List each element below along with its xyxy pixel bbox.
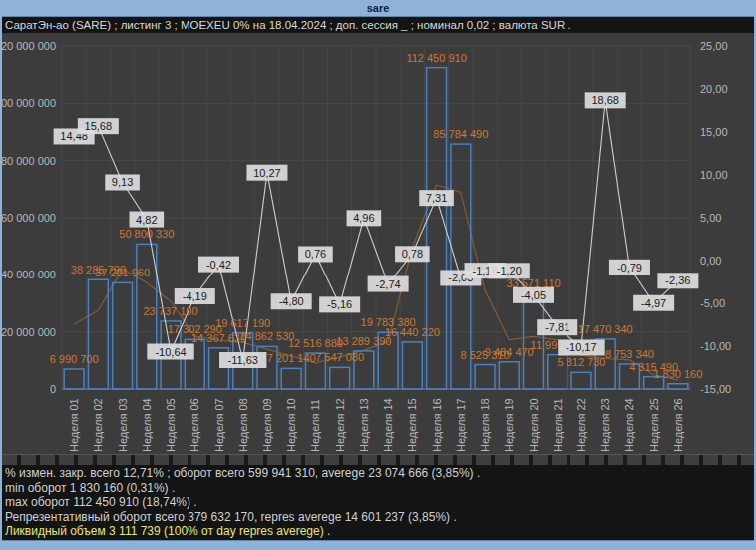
volume-bar[interactable] bbox=[402, 342, 422, 389]
percent-label-text: -2,36 bbox=[665, 275, 690, 286]
x-axis-week-label: Неделя 22 bbox=[575, 398, 587, 452]
right-axis-tick-label: 0,00 bbox=[700, 255, 721, 267]
window-title-bar[interactable]: sare bbox=[2, 0, 754, 17]
volume-bar-label: 50 800 330 bbox=[119, 228, 174, 240]
right-axis-tick-label: 5,00 bbox=[700, 212, 721, 224]
x-axis-week-label: Неделя 09 bbox=[261, 398, 273, 452]
x-axis-week-label: Неделя 17 bbox=[455, 398, 467, 452]
x-axis-week-label: Неделя 23 bbox=[599, 398, 611, 452]
x-axis-week-label: Неделя 21 bbox=[552, 398, 564, 452]
percent-label-text: -11,63 bbox=[228, 354, 258, 366]
volume-bar-label: 14 367 630 bbox=[191, 332, 246, 344]
percent-label-text: 0,76 bbox=[305, 248, 326, 260]
x-axis-week-label: Неделя 24 bbox=[623, 398, 635, 452]
percent-label-text: -4,19 bbox=[183, 290, 207, 302]
percent-label-text: -5,16 bbox=[327, 298, 352, 310]
volume-bar[interactable] bbox=[475, 365, 495, 389]
volume-bar-label: 7 201 140 bbox=[267, 352, 316, 364]
x-axis-week-label: Неделя 05 bbox=[165, 398, 177, 452]
x-axis-week-label: Неделя 14 bbox=[382, 398, 394, 452]
status-line-totals: % измен. закр. всего 12,71% ; оборот все… bbox=[5, 466, 754, 481]
volume-bar-label: 23 737 100 bbox=[144, 305, 198, 317]
x-axis-week-label: Неделя 20 bbox=[528, 398, 540, 452]
right-axis-tick-label: 20,00 bbox=[700, 83, 728, 95]
x-axis-week-label: Неделя 08 bbox=[237, 398, 249, 452]
percent-label-text: -0,79 bbox=[617, 262, 642, 274]
percent-label-text: 0,78 bbox=[402, 248, 423, 260]
volume-bar-label: 37 201 960 bbox=[95, 267, 150, 278]
volume-bar[interactable] bbox=[499, 362, 519, 389]
x-axis-week-label: Неделя 03 bbox=[117, 398, 129, 452]
volume-bar-label: 16 440 220 bbox=[385, 326, 440, 338]
percent-label-text: 15,68 bbox=[85, 120, 113, 132]
x-axis-week-label: Неделя 02 bbox=[92, 398, 104, 452]
x-axis-week-label: Неделя 26 bbox=[672, 398, 684, 452]
volume-bar-label: 13 289 390 bbox=[336, 335, 391, 347]
volume-bar[interactable] bbox=[88, 279, 108, 389]
x-axis-week-label: Неделя 07 bbox=[213, 398, 225, 452]
right-axis-tick-label: -15,00 bbox=[700, 383, 731, 395]
x-axis-week-label: Неделя 25 bbox=[648, 398, 660, 452]
volume-bar-label: 14 862 530 bbox=[239, 330, 294, 342]
left-axis-tick-label: 100 000 000 bbox=[2, 97, 56, 109]
percent-label-text: -7,81 bbox=[545, 321, 569, 333]
x-axis-week-label: Неделя 06 bbox=[189, 398, 200, 452]
status-line-repres: Репрезентативный оборот всего 379 632 17… bbox=[5, 510, 754, 525]
left-axis-tick-label: 60 000 000 bbox=[2, 212, 56, 224]
left-axis-tick-label: 120 000 000 bbox=[2, 40, 56, 52]
instrument-header-text: СаратЭн-ао (SARE) ; листинг 3 ; MOEXEU 0… bbox=[5, 19, 571, 31]
percent-label-text: 4,96 bbox=[353, 212, 374, 224]
volume-bar-label: 12 516 880 bbox=[288, 337, 343, 349]
x-axis-week-label: Неделя 15 bbox=[406, 398, 418, 452]
percent-label-text: -4,80 bbox=[279, 295, 304, 307]
application-window: sare СаратЭн-ао (SARE) ; листинг 3 ; MOE… bbox=[0, 0, 756, 550]
status-line-max: max оборот 112 450 910 (18,74%) . bbox=[5, 495, 754, 510]
status-line-liquid: Ликвидный объем 3 111 739 (100% от day r… bbox=[5, 524, 754, 539]
window-title: sare bbox=[367, 2, 390, 14]
percent-label-text: -10,17 bbox=[566, 341, 596, 353]
percent-label-text: -1,20 bbox=[497, 265, 522, 276]
left-axis-tick-label: 0 bbox=[50, 383, 56, 395]
right-axis-tick-label: 15,00 bbox=[700, 126, 728, 138]
chart-status-divider[interactable] bbox=[2, 454, 754, 465]
volume-bar[interactable] bbox=[113, 282, 133, 389]
x-axis-week-label: Неделя 12 bbox=[334, 398, 346, 452]
status-line-min: min оборот 1 830 160 (0,31%) . bbox=[5, 481, 754, 496]
x-axis-week-label: Неделя 10 bbox=[285, 398, 297, 452]
percent-label-text: -4,97 bbox=[641, 297, 666, 309]
x-axis-week-label: Неделя 04 bbox=[141, 398, 153, 452]
right-axis-tick-label: 10,00 bbox=[700, 169, 728, 181]
x-axis-week-label: Неделя 16 bbox=[431, 398, 443, 452]
right-axis-tick-label: 25,00 bbox=[700, 40, 728, 52]
percent-label-text: -0,42 bbox=[206, 259, 231, 271]
volume-bar-label: 112 450 910 bbox=[406, 52, 466, 64]
left-axis-tick-label: 80 000 000 bbox=[2, 155, 56, 167]
volume-bar-label: 8 753 340 bbox=[605, 348, 654, 360]
volume-bar[interactable] bbox=[571, 372, 591, 389]
percent-label-text: 9,13 bbox=[112, 176, 133, 188]
volume-bar[interactable] bbox=[281, 368, 301, 389]
left-axis-tick-label: 20 000 000 bbox=[2, 326, 56, 338]
volume-bar-label: 7 547 080 bbox=[315, 351, 364, 363]
volume-bar-label: 17 470 340 bbox=[578, 323, 633, 335]
chart-canvas[interactable]: 020 000 00040 000 00060 000 00080 000 00… bbox=[2, 33, 754, 454]
volume-bar[interactable] bbox=[668, 384, 688, 389]
status-block: % измен. закр. всего 12,71% ; оборот все… bbox=[2, 465, 754, 540]
left-axis-tick-label: 40 000 000 bbox=[2, 269, 56, 280]
right-axis-tick-label: -5,00 bbox=[700, 297, 725, 309]
percent-label-text: -4,05 bbox=[521, 289, 546, 301]
volume-bar-label: 9 484 470 bbox=[485, 346, 534, 358]
volume-bar[interactable] bbox=[427, 68, 447, 389]
x-axis-week-label: Неделя 18 bbox=[479, 398, 491, 452]
x-axis-week-label: Неделя 11 bbox=[309, 399, 321, 452]
volume-bar-label: 5 812 730 bbox=[557, 356, 605, 368]
volume-bar[interactable] bbox=[64, 369, 84, 389]
volume-bar-label: 1 830 160 bbox=[653, 368, 702, 380]
percent-label-text: 4,82 bbox=[136, 214, 157, 226]
percent-label-text: -2,74 bbox=[376, 278, 401, 290]
x-axis-week-label: Неделя 19 bbox=[503, 398, 515, 452]
percent-label-text: 7,31 bbox=[426, 192, 447, 204]
instrument-header: СаратЭн-ао (SARE) ; листинг 3 ; MOEXEU 0… bbox=[2, 17, 754, 33]
right-axis-tick-label: -10,00 bbox=[700, 340, 731, 352]
volume-bar[interactable] bbox=[330, 367, 350, 389]
